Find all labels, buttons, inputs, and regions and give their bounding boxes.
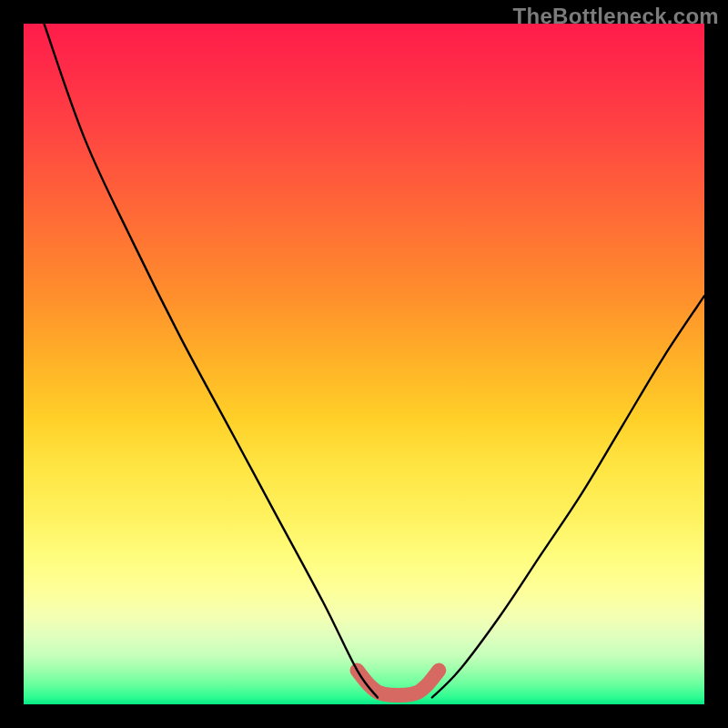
watermark-text: TheBottleneck.com: [513, 4, 719, 29]
left-curve-line: [44, 24, 378, 698]
right-curve-line: [432, 296, 704, 697]
chart-svg: [24, 24, 704, 704]
plot-area: [24, 24, 704, 704]
chart-frame: TheBottleneck.com: [0, 0, 728, 728]
valley-marker-line: [358, 671, 440, 695]
